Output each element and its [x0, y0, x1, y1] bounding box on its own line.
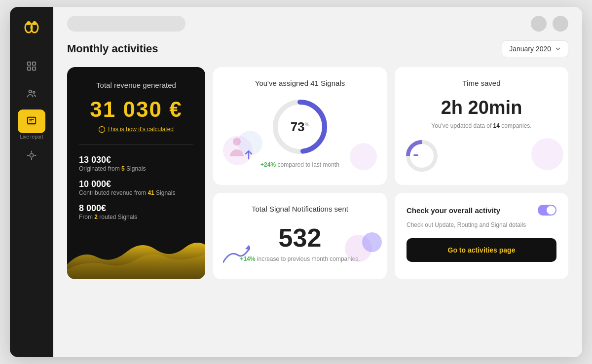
timesaved-card: Time saved 2h 20min You've updated data … [395, 67, 568, 185]
chevron-down-icon [555, 46, 561, 52]
topbar [53, 7, 582, 36]
logo [22, 17, 41, 38]
timesaved-blob-1 [531, 138, 563, 170]
cards-grid: Total revenue generated 31 030 € i This … [67, 67, 568, 279]
revenue-stat-1-label: Originated from 5 Signals [79, 165, 193, 172]
svg-point-11 [30, 153, 33, 157]
revenue-stat-3: 8 000€ From 2 routed Signals [79, 203, 193, 220]
svg-text:i: i [102, 128, 103, 132]
activity-toggle[interactable] [538, 205, 556, 216]
notif-sub-text: increase to previous month companies. [257, 255, 360, 262]
donut-chart: 73% [270, 97, 330, 156]
svg-point-8 [29, 90, 32, 93]
avatar-1[interactable] [531, 16, 547, 32]
arrow-up-icon [243, 149, 255, 163]
notifications-card: Total Signal Notifications sent 532 +14%… [213, 193, 387, 279]
sidebar-item-live-report[interactable]: Live report [18, 109, 45, 140]
notif-arrow [223, 245, 250, 267]
activity-title: Check your overall activity [407, 206, 500, 215]
donut-label: 73% [291, 119, 310, 135]
revenue-stat-2-label: Contributed revenue from 41 Signals [79, 189, 193, 196]
svg-rect-6 [28, 67, 31, 70]
activity-sub: Check out Update, Routing and Signal det… [407, 221, 556, 228]
calc-link[interactable]: i This is how it's calculated [79, 126, 193, 133]
revenue-stat-3-amount: 8 000€ [79, 203, 193, 214]
svg-point-14 [233, 138, 241, 146]
decor-blob-3 [350, 143, 377, 170]
svg-rect-10 [28, 117, 36, 124]
sidebar-item-analytics[interactable] [18, 54, 45, 78]
signals-card: You've assigned 41 Signals 73% [213, 67, 387, 185]
timesaved-sub: You've updated data of 14 companies. [407, 122, 556, 129]
svg-point-2 [27, 21, 31, 25]
calc-link-text: This is how it's calculated [107, 126, 174, 133]
svg-rect-5 [33, 62, 36, 65]
svg-rect-4 [28, 62, 31, 65]
revenue-card: Total revenue generated 31 030 € i This … [67, 67, 205, 279]
svg-rect-7 [33, 67, 36, 70]
timesaved-title: Time saved [407, 79, 556, 87]
revenue-stat-2-amount: 10 000€ [79, 179, 193, 189]
live-report-icon-wrapper [18, 109, 45, 133]
revenue-stat-3-label: From 2 routed Signals [79, 214, 193, 220]
sidebar-item-plugin[interactable] [18, 144, 45, 167]
signals-pos: +24% [260, 161, 276, 168]
page-title: Monthly activities [67, 42, 158, 55]
notif-title: Total Signal Notifications sent [225, 205, 375, 213]
main-content: Monthly activities January 2020 Total re… [53, 7, 582, 357]
month-selector[interactable]: January 2020 [502, 40, 568, 57]
revenue-stat-1-amount: 13 030€ [79, 155, 193, 165]
page-header: Monthly activities January 2020 [67, 40, 568, 57]
signals-title: You've assigned 41 Signals [225, 79, 375, 87]
live-report-label: Live report [20, 134, 43, 140]
sidebar: Live report [10, 7, 53, 357]
revenue-amount: 31 030 € [79, 97, 193, 122]
svg-point-9 [33, 91, 35, 93]
donut-percent: 73 [291, 119, 305, 134]
avatar-2[interactable] [553, 16, 568, 32]
timesaved-highlight: 14 [493, 122, 500, 129]
svg-marker-20 [245, 245, 250, 250]
go-to-activities-button[interactable]: Go to activities page [407, 238, 556, 262]
activity-card: Check your overall activity Check out Up… [395, 193, 568, 279]
search-bar[interactable] [67, 16, 185, 32]
signals-compare-text: compared to last month [277, 161, 339, 168]
revenue-stat-2: 10 000€ Contributed revenue from 41 Sign… [79, 179, 193, 196]
notif-blob-2 [362, 232, 382, 252]
info-icon: i [99, 126, 105, 133]
sidebar-item-users[interactable] [18, 82, 45, 106]
revenue-title: Total revenue generated [79, 81, 193, 89]
revenue-stat-1: 13 030€ Originated from 5 Signals [79, 155, 193, 172]
revenue-wave [67, 225, 205, 279]
timesaved-arc [405, 139, 439, 175]
donut-sub: % [305, 121, 310, 127]
activity-header: Check your overall activity [407, 205, 556, 216]
svg-rect-19 [413, 154, 418, 156]
page-content: Monthly activities January 2020 Total re… [53, 36, 582, 357]
svg-point-3 [33, 21, 37, 25]
timesaved-amount: 2h 20min [407, 97, 556, 118]
month-label: January 2020 [509, 45, 551, 53]
